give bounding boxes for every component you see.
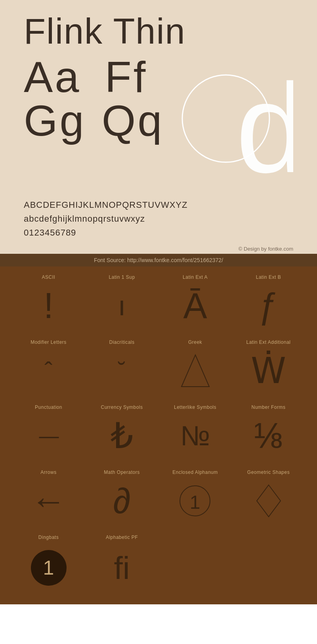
svg-text:d: d bbox=[236, 57, 293, 182]
specimen-qq: Qq bbox=[102, 99, 164, 142]
glyph-cell-currency: Currency Symbols ₺ bbox=[85, 397, 158, 462]
glyph-label-latinextadd: Latin Ext Additional bbox=[246, 339, 290, 345]
glyph-label-alphabeticpf: Alphabetic PF bbox=[106, 535, 138, 540]
glyph-char-currency: ₺ bbox=[111, 416, 133, 456]
circle-d-svg: d bbox=[174, 55, 293, 182]
glyph-char-greek bbox=[180, 351, 211, 391]
glyph-label-numberforms: Number Forms bbox=[251, 404, 285, 410]
glyph-cell-alphabeticpf: Alphabetic PF fi bbox=[85, 527, 158, 592]
glyph-label-latin1sup: Latin 1 Sup bbox=[109, 274, 135, 280]
glyph-cell-latinextb: Latin Ext B ƒ bbox=[232, 266, 305, 332]
spec-left: Aa Ff Gg Qq bbox=[24, 55, 174, 142]
glyph-char-geoshapes bbox=[255, 481, 283, 521]
glyph-cell-modletters: Modifier Letters ˆ bbox=[12, 332, 85, 397]
specimen-row-1: Aa Ff bbox=[24, 55, 174, 99]
glyph-char-dingbats: 1 bbox=[31, 550, 67, 586]
glyph-label-mathops: Math Operators bbox=[104, 470, 139, 475]
glyph-label-latinextb: Latin Ext B bbox=[256, 274, 281, 280]
top-section: Flink Thin Aa Ff Gg Qq d bbox=[0, 0, 317, 190]
glyph-char-mathops: ∂ bbox=[113, 481, 130, 521]
specimen-ff: Ff bbox=[105, 55, 148, 99]
large-display: Aa Ff Gg Qq d bbox=[24, 55, 293, 182]
glyph-cell-geoshapes: Geometric Shapes bbox=[232, 462, 305, 527]
glyph-char-numberforms: ⅛ bbox=[254, 416, 283, 456]
glyph-label-letterlike: Letterlike Symbols bbox=[174, 404, 216, 410]
glyph-label-currency: Currency Symbols bbox=[101, 404, 143, 410]
glyph-cell-latin1sup: Latin 1 Sup ı bbox=[85, 266, 158, 332]
glyph-cell-numberforms: Number Forms ⅛ bbox=[232, 397, 305, 462]
glyph-cell-dingbats: Dingbats 1 bbox=[12, 527, 85, 592]
glyph-cell-mathops: Math Operators ∂ bbox=[85, 462, 158, 527]
glyph-char-alphabeticpf: fi bbox=[114, 550, 130, 586]
glyph-cell-arrows: Arrows ← bbox=[12, 462, 85, 527]
font-source: Font Source: http://www.fontke.com/font/… bbox=[0, 254, 317, 266]
glyph-char-ascii: ! bbox=[44, 286, 53, 326]
specimen-aa: Aa bbox=[24, 55, 81, 99]
glyph-char-letterlike: № bbox=[180, 416, 210, 456]
glyph-cell-ascii: ASCII ! bbox=[12, 266, 85, 332]
glyph-label-diacriticals: Diacriticals bbox=[109, 339, 134, 345]
copyright: © Design by fontke.com bbox=[0, 244, 317, 254]
alphabet-section: ABCDEFGHIJKLMNOPQRSTUVWXYZ abcdefghijklm… bbox=[0, 190, 317, 244]
glyph-label-punctuation: Punctuation bbox=[35, 404, 62, 410]
spec-right: d bbox=[174, 55, 293, 182]
glyph-char-modletters: ˆ bbox=[45, 351, 53, 391]
specimen-gg: Gg bbox=[24, 99, 86, 142]
glyph-char-arrows: ← bbox=[31, 481, 67, 521]
glyph-cell-letterlike: Letterlike Symbols № bbox=[158, 397, 232, 462]
dark-section: Font Source: http://www.fontke.com/font/… bbox=[0, 254, 317, 604]
glyph-grid: ASCII ! Latin 1 Sup ı Latin Ext A Ā Lati… bbox=[0, 266, 317, 592]
glyph-label-greek: Greek bbox=[188, 339, 202, 345]
glyph-cell-punctuation: Punctuation — bbox=[12, 397, 85, 462]
glyph-label-modletters: Modifier Letters bbox=[31, 339, 67, 345]
glyph-char-encalpha: 1 bbox=[178, 481, 212, 521]
glyph-label-encalpha: Enclosed Alphanum bbox=[172, 470, 218, 475]
glyph-cell-diacriticals: Diacriticals ˘ bbox=[85, 332, 158, 397]
dingbat-numeral: 1 bbox=[43, 556, 54, 579]
glyph-char-latinextb: ƒ bbox=[258, 286, 278, 326]
svg-marker-5 bbox=[257, 485, 281, 517]
glyph-char-latinextadd: Ẇ bbox=[251, 351, 286, 391]
glyph-char-diacriticals: ˘ bbox=[118, 351, 125, 391]
glyph-cell-latinextadd: Latin Ext Additional Ẇ bbox=[232, 332, 305, 397]
glyph-cell-greek: Greek bbox=[158, 332, 232, 397]
alphabet-lower: abcdefghijklmnopqrstuvwxyz bbox=[24, 212, 293, 226]
glyph-cell-latinexta: Latin Ext A Ā bbox=[158, 266, 232, 332]
alphabet-upper: ABCDEFGHIJKLMNOPQRSTUVWXYZ bbox=[24, 198, 293, 212]
glyph-label-geoshapes: Geometric Shapes bbox=[247, 470, 290, 475]
svg-text:1: 1 bbox=[190, 492, 201, 513]
glyph-char-latinexta: Ā bbox=[183, 286, 207, 326]
digits: 0123456789 bbox=[24, 226, 293, 240]
glyph-char-punctuation: — bbox=[39, 416, 58, 456]
svg-marker-2 bbox=[181, 355, 209, 387]
glyph-label-arrows: Arrows bbox=[40, 470, 56, 475]
glyph-label-ascii: ASCII bbox=[42, 274, 55, 280]
glyph-cell-encalpha: Enclosed Alphanum 1 bbox=[158, 462, 232, 527]
font-title: Flink Thin bbox=[24, 12, 293, 51]
specimen-row-2: Gg Qq bbox=[24, 99, 174, 142]
glyph-label-dingbats: Dingbats bbox=[38, 535, 59, 540]
glyph-label-latinexta: Latin Ext A bbox=[183, 274, 208, 280]
glyph-char-latin1sup: ı bbox=[118, 286, 126, 326]
